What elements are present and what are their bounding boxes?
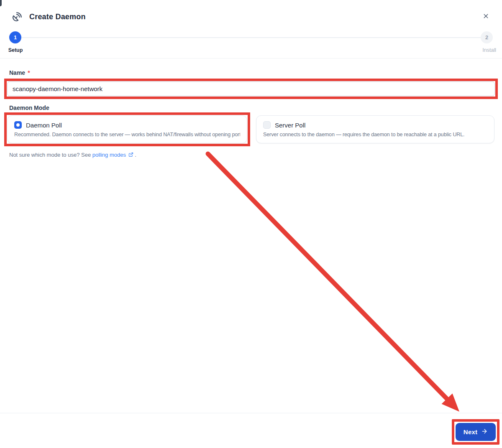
- step-2-label: Install: [472, 47, 501, 53]
- daemon-poll-checkbox-checked[interactable]: [14, 121, 22, 129]
- mode-help-text: Not sure which mode to use? See polling …: [9, 152, 498, 158]
- annotation-box-next: Next: [452, 419, 499, 445]
- backdrop-corner: [0, 0, 2, 6]
- server-poll-description: Server connects to the daemon — requires…: [263, 132, 487, 137]
- step-connector: [21, 37, 481, 38]
- name-field-label: Name*: [9, 69, 498, 76]
- satellite-dish-icon: [12, 11, 23, 22]
- daemon-poll-title: Daemon Poll: [26, 122, 62, 129]
- annotation-arrow: [0, 0, 502, 448]
- dialog-header: Create Daemon: [0, 0, 502, 23]
- page-title: Create Daemon: [29, 13, 86, 21]
- server-poll-title: Server Poll: [275, 122, 305, 129]
- mode-options: Daemon Poll Recommended. Daemon connects…: [4, 111, 498, 146]
- next-button[interactable]: Next: [456, 423, 496, 441]
- dialog-footer: Next: [0, 413, 502, 448]
- step-1-circle: 1: [9, 31, 21, 43]
- close-icon: [482, 13, 489, 21]
- step-2-circle: 2: [481, 31, 493, 43]
- daemon-name-input[interactable]: [7, 81, 495, 96]
- next-button-label: Next: [464, 428, 477, 435]
- setup-form: Name* Daemon Mode Daemon Poll Recommende…: [0, 69, 502, 158]
- external-link-icon: [126, 152, 135, 158]
- polling-modes-link[interactable]: polling modes: [92, 152, 126, 158]
- required-asterisk: *: [28, 69, 30, 76]
- daemon-poll-option[interactable]: Daemon Poll Recommended. Daemon connects…: [7, 115, 247, 143]
- close-button[interactable]: [481, 11, 491, 23]
- step-1-label: Setup: [1, 47, 30, 53]
- mode-field-label: Daemon Mode: [9, 104, 498, 111]
- wizard-stepper: 1 2 Setup Install: [0, 31, 502, 53]
- server-poll-option[interactable]: Server Poll Server connects to the daemo…: [256, 115, 494, 143]
- annotation-box-daemon-poll: Daemon Poll Recommended. Daemon connects…: [4, 112, 250, 146]
- arrow-right-icon: [481, 428, 488, 436]
- server-poll-checkbox-unchecked[interactable]: [263, 121, 271, 129]
- daemon-poll-description: Recommended. Daemon connects to the serv…: [14, 132, 240, 137]
- annotation-box-name: [4, 79, 498, 99]
- header-divider: [0, 58, 502, 59]
